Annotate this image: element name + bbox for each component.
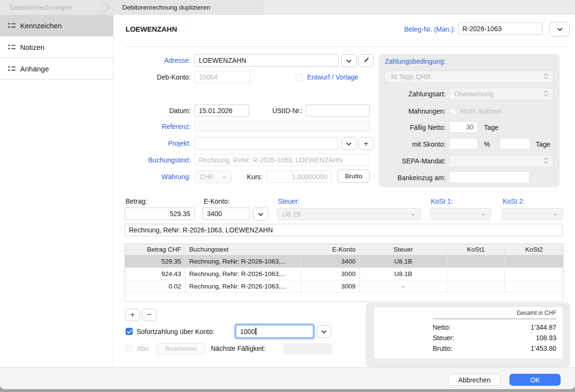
- entwurf-vorlage-checkbox[interactable]: [296, 74, 303, 81]
- cell-kost1: [447, 255, 505, 267]
- table-row[interactable]: 0.02 Rechnung, ReNr: R-2026-1063,... 300…: [125, 280, 563, 293]
- sofortzahlung-checkbox[interactable]: [126, 328, 133, 335]
- betrag-label: Betrag:: [126, 197, 147, 205]
- sofortzahlung-label[interactable]: Sofortzahlung über Konto:: [137, 328, 215, 335]
- beleg-nr-label[interactable]: Beleg-Nr. (Man.):: [379, 25, 455, 33]
- sidebar-item-label: Notizen: [20, 43, 45, 51]
- col-buchungstext[interactable]: Buchungstext: [185, 244, 301, 255]
- col-steuer[interactable]: Steuer: [360, 244, 447, 255]
- adresse-edit-button[interactable]: [358, 54, 374, 67]
- col-betrag-chf[interactable]: Betrag CHF: [125, 244, 185, 255]
- cell-e-konto: 3400: [301, 255, 360, 267]
- breadcrumb-debitorenrechnungen[interactable]: Debitorenrechnungen: [10, 0, 72, 15]
- plus-icon: +: [364, 139, 368, 149]
- table-row[interactable]: 924.43 Rechnung, ReNr: R-2026-1063,... 3…: [125, 268, 563, 280]
- chevron-down-icon: [411, 210, 415, 218]
- e-konto-label: E-Konto:: [204, 197, 230, 205]
- tab-debitorenrechnung-duplizieren[interactable]: Debitorenrechnung duplizieren: [122, 0, 210, 15]
- col-e-konto[interactable]: E-Konto: [301, 244, 360, 255]
- list-icon: [8, 44, 16, 50]
- add-row-button[interactable]: +: [125, 309, 140, 321]
- page-title: LOEWENZAHN: [126, 25, 177, 33]
- dialog-window: Debitorenrechnungen Debitorenrechnung du…: [0, 0, 575, 389]
- cell-steuer: U8.1B: [360, 255, 447, 267]
- ustid-input[interactable]: [306, 104, 370, 116]
- kost1-label[interactable]: KoSt 1:: [431, 197, 453, 205]
- sofortzahlung-konto-input[interactable]: 1000: [236, 325, 313, 338]
- sofortzahlung-konto-value: 1000: [240, 328, 255, 335]
- betrag-input[interactable]: 529.35: [125, 208, 195, 220]
- minus-icon: −: [147, 310, 152, 320]
- adresse-input[interactable]: LOEWENZAHN: [195, 54, 338, 67]
- tab-bar-empty-area: [263, 0, 575, 15]
- zahlungsart-value: Überweisung: [454, 90, 494, 98]
- table-row[interactable]: 529.35 Rechnung, ReNr: R-2026-1063,... 3…: [125, 255, 563, 268]
- e-konto-dropdown-button[interactable]: [253, 208, 268, 220]
- sidebar-item-label: Kennzeichen: [20, 22, 62, 30]
- beleg-nr-dropdown-button[interactable]: [550, 22, 570, 36]
- adresse-label[interactable]: Adresse:: [120, 57, 191, 64]
- faellig-netto-input[interactable]: 30: [449, 121, 478, 133]
- kost2-select: [502, 208, 563, 220]
- list-icon: [8, 66, 16, 71]
- waehrung-label[interactable]: Währung:: [120, 173, 191, 181]
- referenz-input[interactable]: [195, 120, 370, 132]
- pencil-icon: [363, 57, 369, 65]
- col-kost1[interactable]: KoSt1: [447, 244, 505, 255]
- sidebar-item-label: Anhänge: [20, 65, 49, 73]
- stepper-icon: [544, 90, 548, 98]
- mahnungen-label: Mahnungen:: [379, 107, 446, 115]
- cell-betrag: 0.02: [125, 280, 185, 292]
- cell-kost1: [447, 280, 505, 292]
- cell-buchungstext: Rechnung, ReNr: R-2026-1063,...: [185, 280, 301, 292]
- steuer-label[interactable]: Steuer:: [278, 197, 299, 205]
- entwurf-vorlage-label[interactable]: Entwurf / Vorlage: [307, 73, 358, 81]
- sidebar-item-notizen[interactable]: Notizen: [0, 36, 113, 58]
- remove-row-button[interactable]: −: [142, 309, 157, 321]
- zahlungsbedingung-label[interactable]: Zahlungsbedingung:: [385, 58, 446, 65]
- totals-netto-row: Netto: 1’344.87: [433, 322, 556, 332]
- check-icon: [127, 327, 132, 336]
- plus-icon: +: [130, 310, 135, 320]
- sidebar-item-anhaenge[interactable]: Anhänge: [0, 58, 113, 80]
- totals-box: Gesamt in CHF Netto: 1’344.87 Steuer: 10…: [374, 307, 563, 358]
- cell-steuer: -: [360, 280, 447, 292]
- sepa-mandat-label: SEPA-Mandat:: [379, 157, 446, 165]
- projekt-label[interactable]: Projekt:: [120, 139, 191, 147]
- sidebar-item-kennzeichen[interactable]: Kennzeichen: [0, 15, 113, 36]
- beleg-nr-input[interactable]: R-2026-1063: [458, 23, 542, 35]
- steuer-value: U8.1B: [282, 210, 301, 218]
- ok-button[interactable]: OK: [509, 374, 561, 386]
- nicht-mahnen-checkbox: [449, 108, 457, 115]
- abo-checkbox: [126, 345, 133, 352]
- cell-kost2: [505, 280, 563, 292]
- cell-betrag: 529.35: [125, 255, 185, 267]
- faellig-netto-label: Fällig Netto:: [379, 124, 446, 131]
- cancel-button[interactable]: Abbrechen: [448, 374, 501, 386]
- cell-e-konto: 3000: [301, 268, 360, 280]
- buchungstext-zeile-input[interactable]: Rechnung, ReNr: R-2026-1063, LOEWENZAHN: [125, 224, 563, 236]
- kost2-label[interactable]: KoSt 2:: [503, 197, 525, 205]
- buchungstext-label[interactable]: Buchungstext:: [120, 156, 191, 164]
- deb-konto-input: 10004: [195, 71, 250, 83]
- projekt-add-button[interactable]: +: [358, 137, 374, 150]
- cell-kost1: [447, 268, 505, 280]
- brutto-total-label: Brutto:: [433, 345, 452, 352]
- skonto-percent-input[interactable]: [449, 138, 478, 150]
- e-konto-input[interactable]: 3400: [203, 208, 250, 220]
- projekt-input[interactable]: [195, 137, 338, 150]
- brutto-button[interactable]: Brutto: [337, 170, 370, 183]
- skonto-tage-label: Tage: [536, 140, 550, 148]
- sofortzahlung-dropdown-button[interactable]: [317, 325, 331, 338]
- projekt-dropdown-button[interactable]: [341, 137, 356, 150]
- adresse-dropdown-button[interactable]: [341, 54, 356, 67]
- referenz-label[interactable]: Referenz:: [120, 123, 191, 130]
- positions-table: Betrag CHF Buchungstext E-Konto Steuer K…: [125, 243, 564, 302]
- cell-betrag: 924.43: [125, 268, 185, 280]
- skonto-tage-input[interactable]: [500, 138, 530, 150]
- deb-konto-label: Deb-Konto:: [120, 73, 191, 81]
- faellig-tage-label: Tage: [484, 124, 498, 131]
- waehrung-value: CHF: [200, 173, 214, 181]
- zahlungsart-select: Überweisung: [449, 88, 553, 100]
- col-kost2[interactable]: KoSt2: [505, 244, 563, 255]
